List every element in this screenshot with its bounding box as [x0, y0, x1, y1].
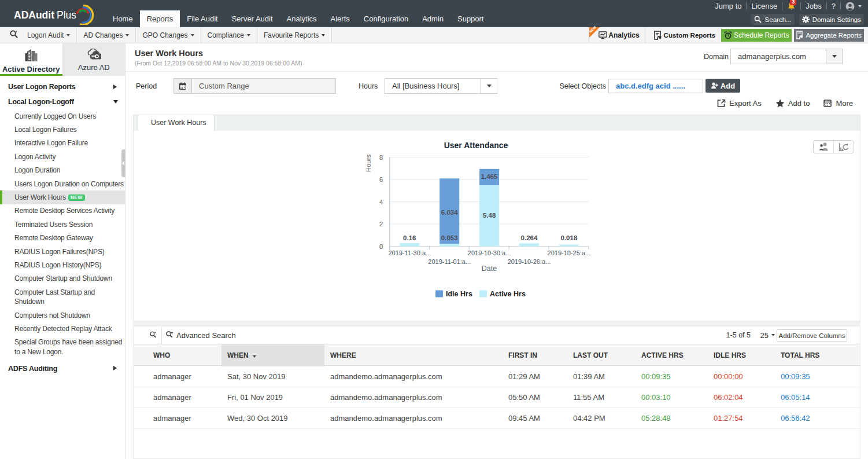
- svg-text:2019-10-25:a...: 2019-10-25:a...: [548, 249, 591, 256]
- svg-text:Date: Date: [482, 265, 497, 273]
- svg-text:4: 4: [379, 199, 383, 205]
- svg-text:6.034: 6.034: [441, 209, 458, 216]
- svg-text:2019-10-26:a...: 2019-10-26:a...: [508, 258, 551, 265]
- svg-text:1.465: 1.465: [481, 173, 498, 180]
- svg-text:▾: ▾: [16, 30, 17, 33]
- svg-text:0: 0: [379, 243, 383, 250]
- svg-text:Plus: Plus: [57, 9, 76, 21]
- svg-text:0.018: 0.018: [561, 234, 578, 241]
- svg-text:2019-11-30:a...: 2019-11-30:a...: [388, 249, 431, 256]
- svg-text:Hours: Hours: [365, 154, 372, 172]
- svg-text:0.16: 0.16: [403, 234, 416, 241]
- svg-text:0.264: 0.264: [521, 234, 538, 241]
- svg-text:0.053: 0.053: [441, 234, 458, 241]
- svg-text:User Attendance: User Attendance: [444, 141, 508, 150]
- svg-text:2019-10-30:a...: 2019-10-30:a...: [468, 249, 511, 256]
- svg-text:6: 6: [379, 176, 383, 183]
- svg-text:Active Hrs: Active Hrs: [490, 290, 526, 298]
- svg-text:2: 2: [379, 221, 383, 227]
- svg-text:2019-11-01:a...: 2019-11-01:a...: [428, 258, 471, 265]
- svg-text:5.48: 5.48: [483, 212, 496, 219]
- svg-text:Idle Hrs: Idle Hrs: [446, 290, 472, 298]
- svg-text:ADAudit: ADAudit: [14, 9, 54, 21]
- svg-text:▾: ▾: [154, 331, 156, 333]
- svg-text:8: 8: [379, 154, 383, 161]
